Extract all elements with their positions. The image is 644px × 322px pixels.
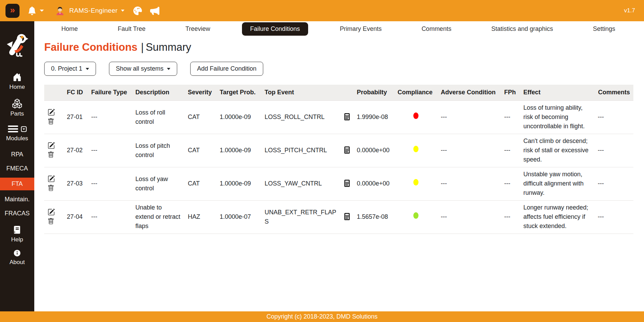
trash-icon <box>48 218 54 225</box>
calculate-probability-button[interactable] <box>343 213 351 221</box>
tab-settings[interactable]: Settings <box>585 22 623 36</box>
table-row: 27-02 --- Loss of pitch control CAT 1.00… <box>44 134 633 167</box>
sidebar-item-maintain[interactable]: Maintain. <box>0 196 34 203</box>
delete-row-button[interactable] <box>48 118 54 126</box>
tab-treeview[interactable]: Treeview <box>177 22 218 36</box>
trash-icon <box>48 185 54 191</box>
tab-home[interactable]: Home <box>53 22 86 36</box>
description-cell: Loss of yaw control <box>132 167 184 200</box>
target-prob-cell: 1.0000e-09 <box>216 100 261 134</box>
fph-cell: --- <box>501 167 520 200</box>
edit-row-button[interactable] <box>48 175 55 183</box>
description-cell: Loss of pitch control <box>132 134 184 167</box>
chevron-down-icon <box>86 68 89 70</box>
effect-cell: Can't climb or descend; risk of stall or… <box>520 134 594 167</box>
top-bar: » RAMS-Engineer v1.7 <box>0 0 644 21</box>
adverse-condition-cell: --- <box>437 200 501 234</box>
bird-logo-icon <box>4 32 30 58</box>
top-event-cell: LOSS_YAW_CNTRL <box>261 167 340 200</box>
column-actions <box>44 85 63 100</box>
failure-type-cell: --- <box>88 100 132 134</box>
tab-failure-conditions[interactable]: Failure Conditions <box>242 22 308 36</box>
tab-primary-events[interactable]: Primary Events <box>331 22 390 36</box>
edit-row-button[interactable] <box>48 142 55 150</box>
copyright-label: Copyright (c) 2018-2023, DMD Solutions <box>266 313 377 320</box>
project-dropdown-button[interactable]: 0. Project 1 <box>44 62 96 76</box>
sidebar-item-parts[interactable]: Parts <box>0 99 34 117</box>
column-fc-id: FC ID <box>63 85 88 100</box>
sidebar-item-rpa[interactable]: RPA <box>0 151 34 158</box>
user-avatar <box>55 5 65 16</box>
column-description: Description <box>132 85 184 100</box>
pencil-square-icon <box>48 142 55 149</box>
delete-row-button[interactable] <box>48 218 54 226</box>
column-severity: Severity <box>184 85 216 100</box>
sidebar-item-modules[interactable]: Modules <box>0 125 34 142</box>
effect-cell: Unstable yaw motion, difficult alignment… <box>520 167 594 200</box>
book-icon <box>13 225 22 234</box>
compliance-cell <box>394 100 437 134</box>
probability-cell: 1.5657e-08 <box>353 200 394 234</box>
pencil-square-icon <box>48 109 55 116</box>
column-probability: Probabilty <box>353 85 394 100</box>
systems-filter-label: Show all systems <box>116 65 163 72</box>
compliance-status-indicator <box>413 112 418 119</box>
announcements-button[interactable] <box>150 6 159 15</box>
sidebar-item-label: Parts <box>10 110 24 117</box>
megaphone-icon <box>150 6 159 15</box>
dropdown-box-icon <box>21 126 27 132</box>
sidebar-item-help[interactable]: Help <box>0 225 34 243</box>
sidebar-item-fracas[interactable]: FRACAS <box>0 210 34 217</box>
column-compliance: Compliance <box>394 85 437 100</box>
sidebar-item-fta[interactable]: FTA <box>0 178 34 190</box>
list-icon <box>8 125 18 133</box>
severity-cell: CAT <box>184 100 216 134</box>
theme-button[interactable] <box>133 7 142 15</box>
sidebar-item-label: FMECA <box>7 165 28 172</box>
sidebar-item-label: Modules <box>6 135 28 142</box>
sidebar-item-about[interactable]: About <box>0 249 34 266</box>
app-version-label: v1.7 <box>624 7 635 14</box>
pencil-square-icon <box>48 175 55 182</box>
column-failure-type: Failure Type <box>88 85 132 100</box>
column-target-prob: Target Prob. <box>216 85 261 100</box>
sidebar-item-fmeca[interactable]: FMECA <box>0 165 34 172</box>
effect-cell: Longer runway needed; affects fuel effic… <box>520 200 594 234</box>
page-title: Failure Conditions|Summary <box>44 41 644 53</box>
compliance-status-indicator <box>413 212 418 219</box>
calculate-probability-button[interactable] <box>343 113 351 121</box>
delete-row-button[interactable] <box>48 185 54 192</box>
calculate-probability-button[interactable] <box>343 146 351 155</box>
table-header-row: FC ID Failure Type Description Severity … <box>44 85 633 100</box>
comments-cell: --- <box>594 200 633 234</box>
target-prob-cell: 1.0000e-09 <box>216 167 261 200</box>
sidebar-item-home[interactable]: Home <box>0 73 34 91</box>
edit-row-button[interactable] <box>48 109 55 117</box>
tab-fault-tree[interactable]: Fault Tree <box>109 22 154 36</box>
severity-cell: CAT <box>184 134 216 167</box>
boxes-icon <box>12 99 22 108</box>
calculate-probability-button[interactable] <box>343 180 351 188</box>
edit-row-button[interactable] <box>48 208 55 217</box>
fc-id-cell: 27-01 <box>63 100 88 134</box>
fph-cell: --- <box>501 100 520 134</box>
tab-statistics-and-graphics[interactable]: Statistics and graphics <box>483 22 561 36</box>
footer: Copyright (c) 2018-2023, DMD Solutions <box>0 311 644 322</box>
column-fph: FPh <box>501 85 520 100</box>
add-failure-condition-button[interactable]: Add Failure Condition <box>190 62 263 76</box>
palette-icon <box>133 7 142 15</box>
delete-row-button[interactable] <box>48 152 54 159</box>
calculator-icon <box>343 146 351 154</box>
calculator-icon <box>343 180 351 187</box>
table-row: 27-03 --- Loss of yaw control CAT 1.0000… <box>44 167 633 200</box>
tab-comments[interactable]: Comments <box>413 22 460 36</box>
systems-filter-dropdown-button[interactable]: Show all systems <box>109 62 177 76</box>
sidebar-toggle-button[interactable]: » <box>5 4 20 18</box>
notifications-dropdown[interactable] <box>28 7 44 15</box>
fph-cell: --- <box>501 134 520 167</box>
user-menu-dropdown[interactable]: RAMS-Engineer <box>55 5 124 16</box>
comments-cell: --- <box>594 134 633 167</box>
page-title-subtitle: Summary <box>146 41 191 53</box>
project-dropdown-label: 0. Project 1 <box>51 65 82 72</box>
trash-icon <box>48 152 54 158</box>
